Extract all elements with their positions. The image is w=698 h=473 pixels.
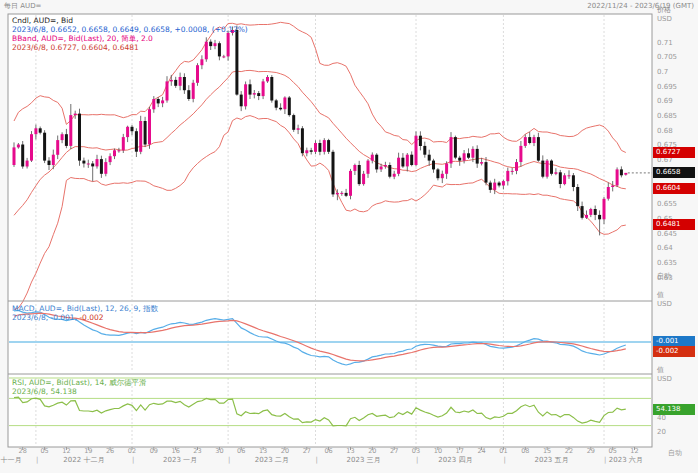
day-tick-label: 20 xyxy=(366,448,378,455)
month-separator: | xyxy=(228,456,230,464)
price-tick-label: 0.7 xyxy=(657,68,668,76)
rsi-value-badge: 54.138 xyxy=(653,404,695,415)
day-tick-label: 03 xyxy=(410,448,422,455)
month-separator: | xyxy=(503,456,505,464)
day-tick-label: 01 xyxy=(497,448,509,455)
window-title: 每日 AUD= xyxy=(4,2,41,10)
month-separator: | xyxy=(604,456,606,464)
macd-signal-badge: -0.002 xyxy=(653,346,695,357)
bband-lower-badge: 0.6481 xyxy=(653,219,695,230)
day-tick-label: 29 xyxy=(585,448,597,455)
month-label: 2022 十二月 xyxy=(63,456,104,464)
time-axis-month-row[interactable]: 2022 十一月2022 十二月2023 一月2023 二月2023 三月202… xyxy=(0,456,652,466)
month-label: 2023 一月 xyxy=(163,456,197,464)
macd-legend-values: 2023/6/8, -0.001, -0.002 xyxy=(12,314,104,323)
day-tick-label: 17 xyxy=(454,448,466,455)
price-tick-label: 0.655 xyxy=(657,200,677,208)
day-tick-label: 22 xyxy=(563,448,575,455)
day-tick-label: 27 xyxy=(388,448,400,455)
rsi-axis-title: 值 xyxy=(657,366,664,374)
day-tick-label: 09 xyxy=(148,448,160,455)
rsi-tick-label: 40 xyxy=(657,414,666,422)
day-tick-label: 24 xyxy=(476,448,488,455)
day-tick-label: 15 xyxy=(541,448,553,455)
last-price-badge: 0.6658 xyxy=(653,167,695,178)
month-separator: | xyxy=(416,456,418,464)
day-tick-label: 20 xyxy=(279,448,291,455)
day-tick-label: 02 xyxy=(126,448,138,455)
macd-line-badge: -0.001 xyxy=(653,336,695,347)
price-tick-label: 0.69 xyxy=(657,97,673,105)
price-axis-unit: USD xyxy=(657,15,672,23)
rsi-tick-label: 20 xyxy=(657,428,666,436)
macd-value-red: -0.002 xyxy=(79,313,103,322)
macd-axis-unit: USD xyxy=(657,300,672,308)
price-axis[interactable]: 价格 USD 0.710.7050.70.6950.690.6850.680.6… xyxy=(653,0,698,473)
month-separator: | xyxy=(132,456,134,464)
month-label: 2022 十一月 xyxy=(0,456,21,464)
price-axis-auto-label: 自动 xyxy=(657,272,671,280)
chart-window: { "window": { "title": "每日 AUD=", "range… xyxy=(0,0,698,473)
time-axis-auto-label: 自动 xyxy=(668,449,682,457)
chart-canvas[interactable] xyxy=(0,0,698,473)
rsi-axis-unit: USD xyxy=(657,375,672,383)
month-label: 2023 二月 xyxy=(255,456,289,464)
price-tick-label: 0.695 xyxy=(657,83,677,91)
bband-upper-badge: 0.6727 xyxy=(653,147,695,158)
month-separator: | xyxy=(36,456,38,464)
month-label: 2023 四月 xyxy=(438,456,472,464)
day-tick-label: 30 xyxy=(213,448,225,455)
day-tick-label: 05 xyxy=(39,448,51,455)
day-tick-label: 13 xyxy=(257,448,269,455)
day-tick-label: 27 xyxy=(301,448,313,455)
price-axis-title: 价格 xyxy=(657,6,671,14)
bband-mid-badge: 0.6604 xyxy=(653,183,695,194)
day-tick-label: 10 xyxy=(432,448,444,455)
day-tick-label: 08 xyxy=(519,448,531,455)
main-legend-bband-values: 2023/6/8, 0.6727, 0.6604, 0.6481 xyxy=(12,44,139,53)
day-tick-label: 16 xyxy=(170,448,182,455)
month-label: 2023 三月 xyxy=(347,456,381,464)
day-tick-label: 06 xyxy=(323,448,335,455)
day-tick-label: 26 xyxy=(104,448,116,455)
day-tick-label: 28 xyxy=(17,448,29,455)
month-separator: | xyxy=(316,456,318,464)
day-tick-label: 05 xyxy=(607,448,619,455)
day-tick-label: 19 xyxy=(82,448,94,455)
price-tick-label: 0.64 xyxy=(657,244,673,252)
time-axis-day-row[interactable]: 2805121926020916233006132027061320270310… xyxy=(0,448,652,456)
day-tick-label: 06 xyxy=(235,448,247,455)
price-tick-label: 0.635 xyxy=(657,259,677,267)
rsi-legend-values: 2023/6/8, 54.138 xyxy=(12,388,77,397)
price-tick-label: 0.685 xyxy=(657,112,677,120)
day-tick-label: 23 xyxy=(192,448,204,455)
month-label: 2023 五月 xyxy=(534,456,568,464)
day-tick-label: 12 xyxy=(60,448,72,455)
day-tick-label: 12 xyxy=(629,448,641,455)
price-tick-label: 0.705 xyxy=(657,53,677,61)
price-tick-label: 0.71 xyxy=(657,39,673,47)
price-tick-label: 0.68 xyxy=(657,127,673,135)
month-label: 2023 六月 xyxy=(609,456,643,464)
day-tick-label: 13 xyxy=(345,448,357,455)
macd-value-blue: 2023/6/8, -0.001, xyxy=(12,313,77,322)
macd-axis-title: 值 xyxy=(657,291,664,299)
price-tick-label: 0.645 xyxy=(657,230,677,238)
